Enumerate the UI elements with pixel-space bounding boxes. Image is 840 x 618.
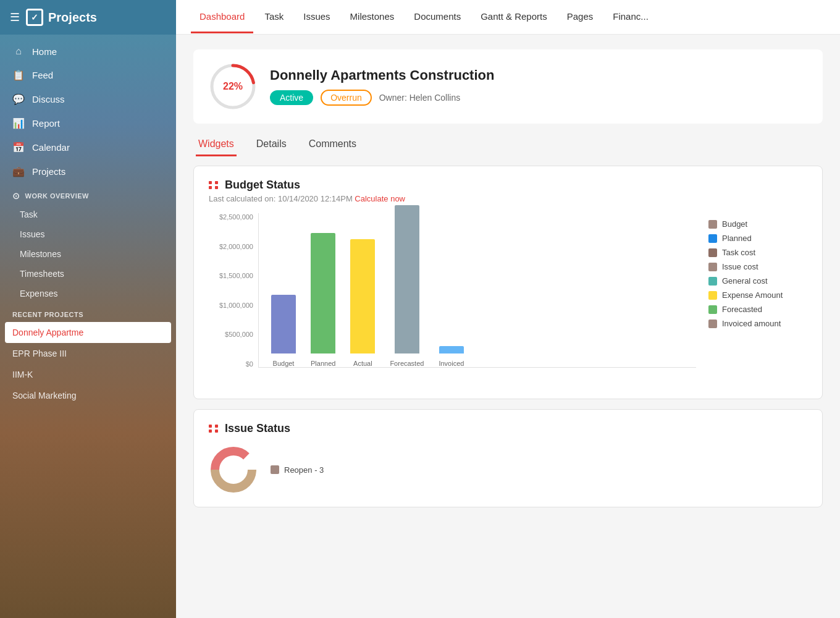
legend-item: Task cost bbox=[708, 248, 807, 257]
tab-gantt[interactable]: Gantt & Reports bbox=[472, 1, 556, 33]
chart-bar bbox=[395, 205, 419, 353]
legend-item: Budget bbox=[708, 219, 807, 229]
sidebar-item-label: Home bbox=[32, 46, 57, 57]
issue-widget-icon bbox=[209, 425, 219, 433]
legend-item: Forecasted bbox=[708, 305, 807, 314]
issue-title: Issue Status bbox=[225, 422, 290, 435]
sidebar-item-expenses[interactable]: Expenses bbox=[0, 284, 176, 303]
sidebar-item-label: Discuss bbox=[32, 94, 65, 104]
sidebar-item-discuss[interactable]: 💬 Discuss bbox=[0, 87, 176, 111]
legend-label: Budget bbox=[722, 219, 747, 229]
sidebar-item-milestones[interactable]: Milestones bbox=[0, 244, 176, 264]
widget-header: Budget Status bbox=[209, 179, 807, 192]
issue-widget: Issue Status Reopen - 3 bbox=[193, 409, 823, 507]
legend-color-dot bbox=[708, 320, 717, 328]
bar-label: Budget bbox=[273, 360, 295, 367]
tab-documents[interactable]: Documents bbox=[405, 1, 469, 33]
legend-color-dot bbox=[708, 263, 717, 271]
legend-color-dot bbox=[708, 291, 717, 300]
progress-label: 22% bbox=[223, 81, 243, 92]
legend-color-dot bbox=[708, 220, 717, 229]
legend-label: General cost bbox=[722, 276, 768, 286]
legend-label: Forecasted bbox=[722, 305, 762, 314]
project-header: 22% Donnelly Apartments Construction Act… bbox=[193, 49, 823, 124]
content-area: 22% Donnelly Apartments Construction Act… bbox=[176, 35, 840, 618]
sidebar-item-label: Projects bbox=[32, 166, 65, 177]
chart-bar bbox=[271, 295, 296, 353]
recent-project-donnely[interactable]: Donnely Appartme bbox=[5, 322, 171, 343]
sidebar-item-home[interactable]: ⌂ Home bbox=[0, 40, 176, 63]
legend-color-dot bbox=[708, 305, 717, 314]
bar-group: Actual bbox=[350, 239, 375, 367]
y-label: $0 bbox=[246, 360, 253, 368]
issue-widget-header: Issue Status bbox=[209, 422, 807, 435]
legend-color-dot bbox=[708, 277, 717, 286]
budget-widget: Budget Status Last calculated on: 10/14/… bbox=[193, 166, 823, 399]
bar-group: Invoiced bbox=[439, 346, 464, 368]
project-badges: Active Overrun Owner: Helen Collins bbox=[270, 90, 808, 106]
overrun-badge: Overrun bbox=[321, 90, 372, 106]
legend-color-dot bbox=[708, 248, 717, 257]
circle-icon: ⊙ bbox=[12, 191, 20, 201]
bar-group: Planned bbox=[311, 233, 335, 367]
main-content: Dashboard Task Issues Milestones Documen… bbox=[176, 0, 840, 618]
chart-bar bbox=[439, 346, 464, 354]
budget-subtitle: Last calculated on: 10/14/2020 12:14PM C… bbox=[209, 194, 807, 203]
tab-milestones[interactable]: Milestones bbox=[342, 1, 403, 33]
y-label: $1,000,000 bbox=[219, 302, 253, 309]
tab-pages[interactable]: Pages bbox=[558, 1, 602, 33]
tab-issues[interactable]: Issues bbox=[295, 1, 338, 33]
sidebar-item-calendar[interactable]: 📅 Calendar bbox=[0, 135, 176, 159]
subtab-details[interactable]: Details bbox=[254, 133, 289, 156]
calculate-link[interactable]: Calculate now bbox=[355, 194, 405, 203]
issue-legend-reopen: Reopen - 3 bbox=[271, 465, 324, 475]
bar-group: Forecasted bbox=[390, 205, 424, 367]
sidebar-item-timesheets[interactable]: Timesheets bbox=[0, 264, 176, 284]
bar-label: Invoiced bbox=[439, 360, 464, 367]
bar-label: Planned bbox=[311, 360, 335, 367]
bar-label: Forecasted bbox=[390, 360, 424, 367]
recent-project-epr[interactable]: EPR Phase III bbox=[0, 343, 176, 364]
legend-label: Invoiced amount bbox=[722, 319, 781, 328]
active-badge: Active bbox=[270, 90, 313, 105]
hamburger-icon[interactable]: ☰ bbox=[10, 11, 20, 24]
bar-label: Actual bbox=[353, 360, 372, 367]
sidebar-item-report[interactable]: 📊 Report bbox=[0, 111, 176, 135]
tab-dashboard[interactable]: Dashboard bbox=[191, 1, 253, 33]
recent-projects-label: RECENT PROJECTS bbox=[0, 303, 176, 322]
issue-donut-chart bbox=[209, 445, 258, 494]
legend-item: General cost bbox=[708, 276, 807, 286]
sidebar-item-task[interactable]: Task bbox=[0, 205, 176, 224]
widget-grid-icon bbox=[209, 181, 219, 189]
sub-tabs: Widgets Details Comments bbox=[193, 133, 823, 156]
legend-color-dot bbox=[271, 465, 279, 474]
legend-label: Issue cost bbox=[722, 262, 758, 271]
bar-group: Budget bbox=[271, 295, 296, 367]
legend-label: Expense Amount bbox=[722, 290, 783, 300]
legend-color-dot bbox=[708, 234, 717, 243]
subtab-widgets[interactable]: Widgets bbox=[196, 133, 237, 156]
sidebar-item-projects[interactable]: 💼 Projects bbox=[0, 159, 176, 184]
sidebar-item-label: Calendar bbox=[32, 142, 70, 153]
recent-project-social[interactable]: Social Marketing bbox=[0, 385, 176, 406]
tab-task[interactable]: Task bbox=[256, 1, 292, 33]
y-label: $500,000 bbox=[225, 331, 253, 338]
sidebar-item-label: Report bbox=[32, 118, 60, 129]
app-title: Projects bbox=[48, 11, 97, 25]
sidebar-item-issues[interactable]: Issues bbox=[0, 224, 176, 244]
sidebar-item-label: Feed bbox=[32, 70, 53, 80]
y-axis: $2,500,000 $2,000,000 $1,500,000 $1,000,… bbox=[209, 213, 258, 368]
sidebar-nav: ⌂ Home 📋 Feed 💬 Discuss 📊 Report 📅 Calen… bbox=[0, 35, 176, 618]
logo-icon: ✓ bbox=[26, 9, 43, 26]
progress-circle: 22% bbox=[208, 62, 258, 111]
subtitle-text: Last calculated on: 10/14/2020 12:14PM bbox=[209, 194, 355, 203]
sidebar-item-feed[interactable]: 📋 Feed bbox=[0, 63, 176, 87]
project-title: Donnelly Apartments Construction bbox=[270, 67, 808, 83]
tab-finance[interactable]: Financ... bbox=[604, 1, 657, 33]
legend-item: Expense Amount bbox=[708, 290, 807, 300]
legend-item: Planned bbox=[708, 234, 807, 243]
recent-project-iimk[interactable]: IIM-K bbox=[0, 364, 176, 385]
subtab-comments[interactable]: Comments bbox=[306, 133, 359, 156]
sidebar: ☰ ✓ Projects ⌂ Home 📋 Feed 💬 Discuss 📊 R… bbox=[0, 0, 176, 618]
legend-item: Invoiced amount bbox=[708, 319, 807, 328]
